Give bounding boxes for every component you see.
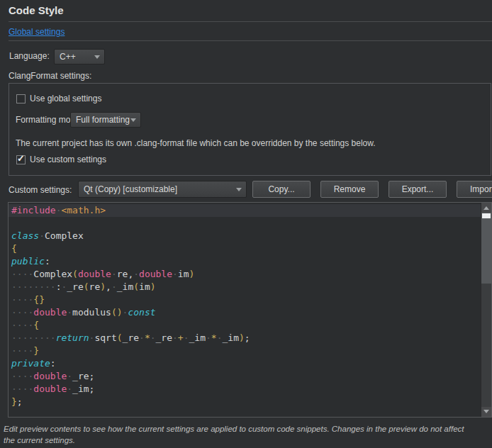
code-line: {: [9, 242, 481, 255]
title-separator: [9, 21, 492, 22]
chevron-down-icon: [130, 118, 136, 122]
code-line: ····{: [9, 319, 481, 332]
clangformat-groupbox: Use global settings Formatting mode: Ful…: [9, 83, 491, 176]
clang-format-info-text: The current project has its own .clang-f…: [16, 138, 376, 148]
preview-note-line1: Edit preview contents to see how the cur…: [4, 425, 464, 433]
scrollbar-thumb[interactable]: [481, 213, 491, 284]
checkmark-icon: [17, 154, 25, 163]
triangle-down-icon: [483, 410, 489, 413]
code-line: ········return·sqrt(_re·*·_re·+·_im·*·_i…: [9, 332, 481, 345]
custom-settings-value: Qt (Copy) [customizable]: [84, 184, 177, 194]
custom-settings-label: Custom settings:: [9, 185, 72, 195]
code-area[interactable]: #include·<math.h>class·Complex{public:··…: [9, 204, 481, 417]
use-global-settings-checkbox[interactable]: Use global settings: [16, 94, 101, 103]
page-title: Code Style: [9, 4, 64, 16]
scroll-down-button[interactable]: [481, 407, 491, 417]
import-button[interactable]: Import...: [457, 181, 492, 198]
code-line: ····double·_im;: [9, 383, 481, 396]
clangformat-settings-label: ClangFormat settings:: [9, 71, 91, 81]
code-line: ····double·modulus()·const: [9, 306, 481, 319]
editor-scrollbar[interactable]: [481, 203, 491, 417]
scroll-up-button[interactable]: [481, 203, 491, 213]
formatting-mode-select[interactable]: Full formatting: [70, 112, 141, 128]
code-preview-editor[interactable]: #include·<math.h>class·Complex{public:··…: [8, 202, 492, 418]
use-global-settings-box[interactable]: [16, 94, 26, 103]
triangle-up-icon: [483, 206, 489, 210]
code-line: public:: [9, 255, 481, 268]
language-select-value: C++: [60, 52, 76, 62]
code-line: };: [9, 396, 481, 408]
custom-settings-select[interactable]: Qt (Copy) [customizable]: [78, 181, 247, 198]
export-button[interactable]: Export...: [388, 181, 447, 198]
language-label: Language:: [9, 51, 50, 61]
use-global-settings-label: Use global settings: [30, 94, 101, 103]
code-line: ····double·_re;: [9, 370, 481, 383]
preview-note-line2: the current settings.: [4, 436, 75, 444]
formatting-mode-value: Full formatting: [76, 115, 130, 125]
link-separator: [9, 40, 492, 41]
use-custom-settings-box[interactable]: [16, 155, 26, 164]
language-select[interactable]: C++: [54, 49, 105, 65]
preview-note: Edit preview contents to see how the cur…: [4, 423, 488, 446]
code-line: class·Complex: [9, 230, 481, 242]
chevron-down-icon: [94, 55, 100, 59]
code-line: ····}: [9, 345, 481, 357]
code-style-settings-page: { "page": { "title": "Code Style", "link…: [0, 0, 492, 448]
code-line: #include·<math.h>: [9, 204, 481, 217]
code-line: [9, 217, 481, 230]
code-line: private:: [9, 357, 481, 370]
remove-button[interactable]: Remove: [320, 181, 379, 198]
copy-button[interactable]: Copy...: [252, 181, 311, 198]
code-line: ····{}: [9, 293, 481, 306]
code-line: ········:·_re(re),·_im(im): [9, 281, 481, 293]
global-settings-link[interactable]: Global settings: [9, 27, 65, 37]
chevron-down-icon: [236, 188, 242, 191]
use-custom-settings-label: Use custom settings: [30, 155, 106, 164]
code-line: ····Complex(double·re,·double·im): [9, 268, 481, 281]
use-custom-settings-checkbox[interactable]: Use custom settings: [16, 155, 106, 164]
cursor-position-marker: [482, 213, 491, 218]
